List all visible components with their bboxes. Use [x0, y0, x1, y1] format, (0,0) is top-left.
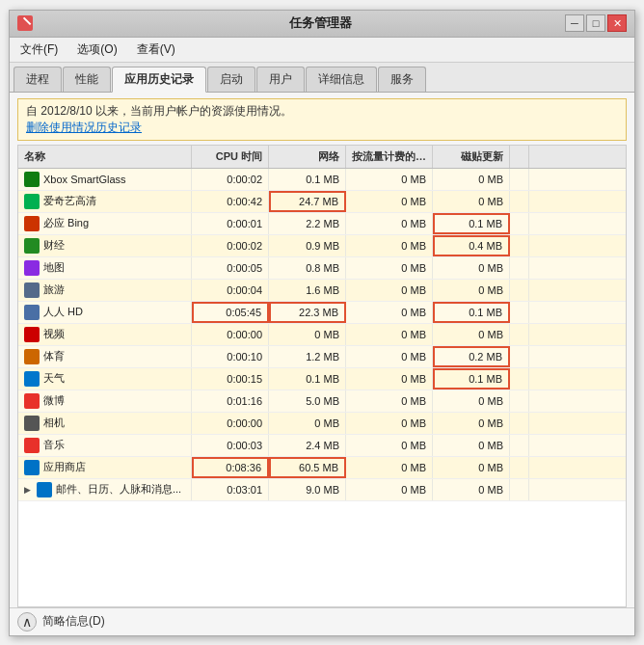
cell-cpu: 0:00:42: [192, 191, 269, 212]
cell-network: 1.2 MB: [269, 346, 346, 367]
cell-metered: 0 MB: [346, 324, 433, 345]
cell-name: 体育: [18, 346, 192, 367]
cell-tile: 0 MB: [433, 413, 510, 434]
cell-network: 0.1 MB: [269, 368, 346, 390]
tab-bar: 进程 性能 应用历史记录 启动 用户 详细信息 服务: [10, 63, 634, 93]
menu-file[interactable]: 文件(F): [15, 40, 63, 60]
cell-tile: 0 MB: [433, 257, 510, 279]
cell-name: 视频: [18, 324, 192, 345]
maximize-button[interactable]: □: [586, 14, 605, 32]
cell-network: 2.2 MB: [269, 213, 346, 234]
cell-scroll-space: [510, 479, 529, 500]
col-tile[interactable]: 磁贴更新: [433, 146, 510, 168]
table-row[interactable]: 体育0:00:101.2 MB0 MB0.2 MB: [18, 346, 626, 368]
cell-scroll-space: [510, 457, 529, 478]
cell-metered: 0 MB: [346, 213, 433, 234]
table-row[interactable]: Xbox SmartGlass0:00:020.1 MB0 MB0 MB: [18, 169, 626, 191]
table-row[interactable]: 爱奇艺高清0:00:4224.7 MB0 MB0 MB: [18, 191, 626, 213]
cell-scroll-space: [510, 390, 529, 412]
table-row[interactable]: 地图0:00:050.8 MB0 MB0 MB: [18, 257, 626, 280]
tab-performance[interactable]: 性能: [63, 67, 111, 92]
table-row[interactable]: 视频0:00:000 MB0 MB0 MB: [18, 324, 626, 346]
tab-app-history[interactable]: 应用历史记录: [112, 67, 206, 93]
cell-metered: 0 MB: [346, 235, 433, 256]
tab-startup[interactable]: 启动: [207, 67, 255, 92]
cell-tile: 0 MB: [433, 324, 510, 345]
cell-metered: 0 MB: [346, 368, 433, 390]
cell-name: 相机: [18, 413, 192, 434]
cell-name: 旅游: [18, 280, 192, 301]
cell-metered: 0 MB: [346, 302, 433, 323]
info-bar: 自 2012/8/10 以来，当前用户帐户的资源使用情况。 删除使用情况历史记录: [17, 98, 627, 141]
cell-scroll-space: [510, 368, 529, 390]
cell-tile: 0 MB: [433, 479, 510, 500]
cell-tile: 0 MB: [433, 435, 510, 456]
title-bar: 任务管理器 ─ □ ✕: [10, 11, 634, 38]
cell-metered: 0 MB: [346, 413, 433, 434]
cell-network: 22.3 MB: [269, 302, 346, 323]
cell-tile: 0 MB: [433, 280, 510, 301]
cell-metered: 0 MB: [346, 435, 433, 456]
close-button[interactable]: ✕: [607, 14, 627, 32]
cell-tile: 0.4 MB: [433, 235, 510, 256]
cell-cpu: 0:03:01: [192, 479, 269, 500]
minimize-button[interactable]: ─: [565, 14, 584, 32]
table-row[interactable]: 旅游0:00:041.6 MB0 MB0 MB: [18, 280, 626, 302]
status-label: 简略信息(D): [42, 613, 105, 630]
cell-tile: 0 MB: [433, 191, 510, 212]
cell-tile: 0.1 MB: [433, 368, 510, 390]
expand-collapse-button[interactable]: ∧: [17, 612, 37, 632]
cell-scroll-space: [510, 213, 529, 234]
delete-history-link[interactable]: 删除使用情况历史记录: [26, 121, 142, 134]
cell-scroll-space: [510, 413, 529, 434]
tab-details[interactable]: 详细信息: [306, 67, 377, 92]
table-row[interactable]: ▶邮件、日历、人脉和消息...0:03:019.0 MB0 MB0 MB: [18, 479, 626, 501]
cell-scroll-space: [510, 280, 529, 301]
cell-name: 人人 HD: [18, 302, 192, 323]
cell-name: 应用商店: [18, 457, 192, 478]
cell-cpu: 0:00:05: [192, 257, 269, 279]
cell-cpu: 0:00:00: [192, 324, 269, 345]
menu-options[interactable]: 选项(O): [72, 40, 121, 60]
cell-tile: 0 MB: [433, 457, 510, 478]
cell-scroll-space: [510, 257, 529, 279]
tab-users[interactable]: 用户: [256, 67, 305, 92]
col-scroll-space: [510, 146, 529, 168]
menu-view[interactable]: 查看(V): [132, 40, 180, 60]
col-network[interactable]: 网络: [269, 146, 346, 168]
cell-network: 0 MB: [269, 324, 346, 345]
cell-metered: 0 MB: [346, 257, 433, 279]
col-name[interactable]: 名称: [18, 146, 192, 168]
table-row[interactable]: 音乐0:00:032.4 MB0 MB0 MB: [18, 435, 626, 457]
cell-tile: 0 MB: [433, 390, 510, 412]
cell-metered: 0 MB: [346, 479, 433, 500]
col-cpu[interactable]: CPU 时间: [192, 146, 269, 168]
cell-metered: 0 MB: [346, 346, 433, 367]
cell-cpu: 0:08:36: [192, 457, 269, 478]
col-metered[interactable]: 按流量计费的网...: [346, 146, 433, 168]
table-row[interactable]: 必应 Bing0:00:012.2 MB0 MB0.1 MB: [18, 213, 626, 235]
cell-scroll-space: [510, 302, 529, 323]
table-row[interactable]: 天气0:00:150.1 MB0 MB0.1 MB: [18, 368, 626, 390]
tab-services[interactable]: 服务: [378, 67, 426, 92]
cell-name: 爱奇艺高清: [18, 191, 192, 212]
cell-cpu: 0:00:10: [192, 346, 269, 367]
window-title: 任务管理器: [75, 14, 565, 32]
table-row[interactable]: 应用商店0:08:3660.5 MB0 MB0 MB: [18, 457, 626, 479]
cell-name: 音乐: [18, 435, 192, 456]
table-row[interactable]: 人人 HD0:05:4522.3 MB0 MB0.1 MB: [18, 302, 626, 324]
cell-cpu: 0:00:00: [192, 413, 269, 434]
tab-processes[interactable]: 进程: [13, 67, 62, 92]
info-text: 自 2012/8/10 以来，当前用户帐户的资源使用情况。: [26, 104, 292, 118]
cell-network: 0.1 MB: [269, 169, 346, 190]
cell-tile: 0 MB: [433, 169, 510, 190]
table-row[interactable]: 相机0:00:000 MB0 MB0 MB: [18, 413, 626, 435]
cell-network: 60.5 MB: [269, 457, 346, 478]
cell-name: 财经: [18, 235, 192, 256]
cell-network: 0 MB: [269, 413, 346, 434]
table-row[interactable]: 财经0:00:020.9 MB0 MB0.4 MB: [18, 235, 626, 257]
cell-metered: 0 MB: [346, 390, 433, 412]
cell-scroll-space: [510, 235, 529, 256]
table-row[interactable]: 微博0:01:165.0 MB0 MB0 MB: [18, 390, 626, 413]
status-bar: ∧ 简略信息(D): [10, 607, 634, 635]
